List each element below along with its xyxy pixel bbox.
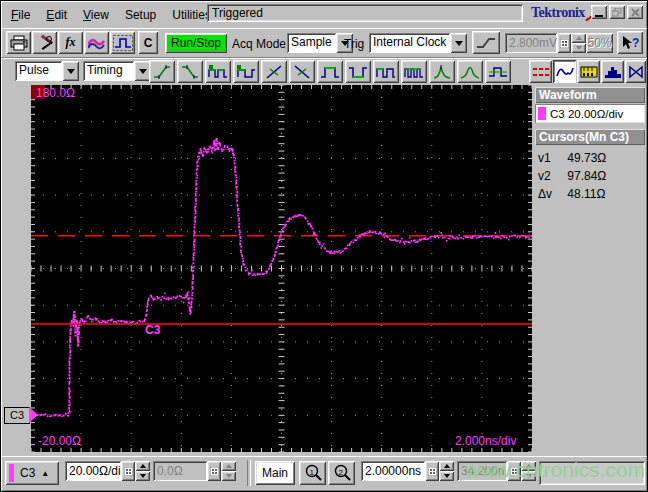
chevron-down-icon (455, 41, 463, 46)
meas-frequency-button[interactable] (205, 60, 231, 83)
down-arrow-icon (576, 46, 582, 50)
run-stop-button[interactable]: Run/Stop (165, 33, 227, 53)
pulse-select-button[interactable] (110, 31, 135, 54)
acq-mode-value: Sample (287, 33, 336, 53)
meas-positive-overshoot-button[interactable] (429, 60, 455, 83)
minimize-button[interactable] (591, 5, 607, 19)
meas-rise-time-button[interactable] (149, 60, 175, 83)
waveform-plot (31, 85, 532, 452)
vertical-offset-up-button[interactable] (221, 461, 236, 471)
keypad-icon (560, 39, 569, 48)
trig-level-up-button[interactable] (571, 33, 586, 43)
close-button[interactable] (627, 5, 643, 19)
meas-burst-width-button[interactable] (401, 60, 427, 83)
meas-category-value: Timing (83, 61, 134, 81)
cursor-v2-label: v2 (538, 169, 564, 183)
vertical-scale-up-button[interactable] (135, 461, 150, 471)
cursor-delta-value: 48.11Ω (567, 187, 605, 201)
cursor-v2-row: v2 97.84Ω (538, 169, 644, 185)
meas-positive-duty-button[interactable] (373, 60, 399, 83)
vertical-offset-down-button[interactable] (221, 471, 236, 481)
cursor-delta-label: Δv (538, 187, 564, 201)
signal-type-dropdown-button[interactable] (62, 61, 79, 81)
main-timebase-label: Main (262, 466, 288, 480)
meas-category-select[interactable]: Timing (83, 61, 151, 81)
vertical-scale-down-button[interactable] (135, 471, 150, 481)
zoom1-button[interactable]: 1 (299, 461, 326, 485)
cursor-v1-value: 49.73Ω (567, 151, 606, 165)
signal-type-select[interactable]: Pulse (15, 61, 79, 81)
channel-select-label: C3 (20, 466, 35, 480)
cursor-delta-row: Δv 48.11Ω (538, 187, 644, 203)
gaussian-icon (460, 64, 480, 80)
trig-level-down-button[interactable] (571, 43, 586, 53)
meas-period-button[interactable] (233, 60, 259, 83)
keypad-icon (210, 467, 219, 476)
trig-source-select[interactable]: Internal Clock (369, 33, 467, 53)
keypad-icon (124, 467, 133, 476)
trace-label: C3 (145, 323, 160, 337)
menu-view[interactable]: View (75, 6, 117, 24)
minimize-icon (595, 15, 603, 17)
view-histogram-button[interactable] (601, 60, 624, 83)
meas-negative-crossing-button[interactable] (289, 60, 315, 83)
timebase-up-button[interactable] (439, 461, 454, 471)
tools-icon (36, 35, 54, 51)
ruler-123-icon (580, 65, 598, 79)
up-arrow-icon (140, 464, 146, 468)
math-button[interactable]: fx (58, 31, 83, 54)
channel-select-button[interactable]: C3 ▲ (5, 461, 59, 485)
waveform-database-button[interactable] (84, 31, 109, 54)
timebase-scale-field[interactable]: 2.00000ns (361, 461, 425, 481)
context-help-button[interactable]: ? (617, 31, 643, 54)
meas-positive-crossing-button[interactable] (261, 60, 287, 83)
waveform-display[interactable]: 180.0Ω -20.00Ω 2.000ns/div C3 (31, 85, 532, 452)
main-timebase-button[interactable]: Main (255, 461, 295, 485)
view-waveform-button[interactable] (553, 60, 576, 83)
trig-level-field[interactable]: 2.800mV (505, 33, 557, 53)
trace-color-swatch (538, 107, 546, 120)
view-cursors-button[interactable] (529, 60, 552, 83)
vertical-offset-field[interactable]: 0.0Ω (153, 461, 207, 481)
clear-button[interactable]: C (138, 31, 158, 54)
timebase-down-button[interactable] (439, 471, 454, 481)
vertical-scale-field[interactable]: 20.00Ω/di (65, 461, 121, 481)
vertical-scale-keypad-button[interactable] (121, 461, 135, 481)
waveform-item-label: C3 20.00Ω/div (550, 108, 623, 120)
menu-setup[interactable]: Setup (117, 6, 164, 24)
down-arrow-icon (444, 474, 450, 478)
meas-settle-button[interactable] (485, 60, 511, 83)
svg-text:2: 2 (338, 468, 343, 477)
positive-crossing-icon (264, 64, 284, 80)
sine-wave-icon (556, 65, 574, 79)
tools-button[interactable] (32, 31, 57, 54)
down-arrow-icon (140, 474, 146, 478)
set-fifty-percent-button[interactable]: 50% (586, 33, 613, 53)
vertical-offset-keypad-button[interactable] (207, 461, 221, 481)
timebase-keypad-button[interactable] (425, 461, 439, 481)
channel-reference-tag[interactable]: C3 (4, 407, 30, 424)
close-icon (631, 8, 640, 17)
measurement-toolbar: Pulse Timing (1, 57, 647, 85)
trig-dropdown-button[interactable] (450, 33, 467, 53)
positive-overshoot-icon (432, 64, 452, 80)
waveform-list-item[interactable]: C3 20.00Ω/div (535, 104, 645, 123)
trig-slope-button[interactable] (472, 31, 500, 54)
zoom2-button[interactable]: 2 (328, 461, 355, 485)
view-mask-button[interactable] (625, 60, 646, 83)
trig-level-keypad-button[interactable] (557, 33, 571, 53)
menu-edit[interactable]: Edit (38, 6, 75, 24)
meas-negative-width-button[interactable] (345, 60, 371, 83)
cursor-v1-row: v1 49.73Ω (538, 151, 644, 167)
menu-file[interactable]: File (3, 6, 38, 24)
view-measurements-button[interactable] (577, 60, 600, 83)
print-button[interactable] (6, 31, 31, 54)
meas-fall-time-button[interactable] (177, 60, 203, 83)
meas-gaussian-fit-button[interactable] (457, 60, 483, 83)
toolbar-separator (247, 460, 251, 486)
up-arrow-icon (444, 464, 450, 468)
maximize-button[interactable] (609, 5, 625, 19)
up-arrow-icon (226, 464, 232, 468)
signal-type-value: Pulse (15, 61, 62, 81)
meas-positive-width-button[interactable] (317, 60, 343, 83)
